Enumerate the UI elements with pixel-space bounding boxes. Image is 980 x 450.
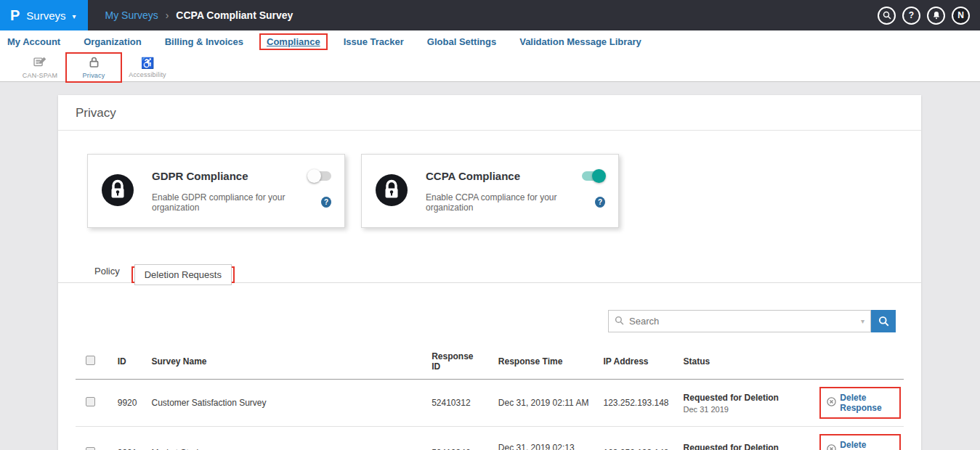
tab-label: Deletion Requests [134,264,232,285]
col-response-time: Response Time [488,344,594,380]
card-description: Enable GDPR compliance for your organiza… [152,192,321,213]
tab-policy[interactable]: Policy [87,260,127,282]
status-text: Requested for Deletion [684,443,807,450]
gdpr-compliance-card: GDPR Compliance Enable GDPR compliance f… [87,154,345,228]
delete-response-button[interactable]: Delete Response [821,388,899,417]
lock-badge-icon [375,173,408,209]
compliance-toolbar: CAN-SPAM Privacy ♿ Accessibility [0,53,980,82]
page-title: Privacy [58,95,921,131]
cell-response-id: 52410346 [421,427,488,450]
cell-actions: Delete Response [811,380,904,427]
toggle-knob [592,169,606,183]
delete-response-label: Delete Response [840,393,894,413]
search-input[interactable] [629,316,856,327]
nav-issue-tracker[interactable]: Issue Tracker [344,36,404,47]
cell-id: 9921 [108,427,142,450]
breadcrumb-current-survey: CCPA Compliant Survey [176,9,293,21]
tool-privacy[interactable]: Privacy [67,54,121,81]
main-content: Privacy GDPR Compliance Enable GDPR comp… [0,82,980,450]
nav-billing-invoices[interactable]: Billing & Invoices [165,36,243,47]
top-bar: P Surveys ▾ My Surveys › CCPA Compliant … [0,0,980,30]
circled-x-icon [827,397,836,409]
table-header-row: ID Survey Name Response ID Response Time… [76,344,904,380]
app-name: Surveys [26,9,65,22]
help-icon[interactable]: ? [595,197,605,208]
chevron-down-icon: ▾ [73,12,76,20]
status-text: Requested for Deletion [684,393,807,403]
search-icon [615,316,624,327]
search-icon[interactable] [878,7,896,25]
search-button[interactable] [871,310,896,332]
nav-organization[interactable]: Organization [84,36,141,47]
breadcrumb-separator: › [166,9,169,21]
delete-response-button[interactable]: Delete Response [821,435,899,450]
ccpa-compliance-card: CCPA Compliance Enable CCPA compliance f… [361,154,619,228]
chevron-down-icon[interactable]: ▾ [861,317,864,325]
breadcrumb: My Surveys › CCPA Compliant Survey [105,9,293,21]
avatar[interactable]: N [952,7,970,25]
row-checkbox[interactable] [86,397,95,406]
search-box: ▾ [608,310,871,332]
card-title: CCPA Compliance [426,170,520,182]
bell-icon[interactable] [927,7,945,25]
tab-deletion-requests[interactable]: Deletion Requests [131,266,235,283]
circled-x-icon [827,444,836,450]
col-response-id: Response ID [421,344,488,380]
delete-response-label: Delete Response [840,440,894,450]
status-date: Dec 31 2019 [684,405,807,414]
logo-icon: P [10,7,20,24]
compliance-cards: GDPR Compliance Enable GDPR compliance f… [58,131,921,228]
deletion-requests-table: ID Survey Name Response ID Response Time… [76,344,904,450]
cell-survey-name: Market Study [141,427,421,450]
app-logo-menu[interactable]: P Surveys ▾ [0,0,88,30]
toggle-knob [307,169,321,183]
cell-ip-address: 123.252.193.148 [593,380,673,427]
ccpa-toggle[interactable] [582,171,605,181]
privacy-panel: Privacy GDPR Compliance Enable GDPR comp… [58,95,921,450]
lock-icon [89,57,99,70]
settings-nav: My Account Organization Billing & Invoic… [0,30,980,53]
gdpr-toggle[interactable] [308,171,331,181]
tool-label: Privacy [83,72,105,79]
row-checkbox[interactable] [86,447,95,450]
breadcrumb-my-surveys[interactable]: My Surveys [105,9,158,21]
cell-ip-address: 123.252.193.148 [593,427,673,450]
help-icon[interactable]: ? [902,7,920,25]
cell-response-time: Dec 31, 2019 02:11 AM [488,380,594,427]
tool-label: Accessibility [129,71,166,78]
card-title: GDPR Compliance [152,170,248,182]
col-status: Status [673,344,811,380]
table-row: 9921 Market Study 52410346 Dec 31, 2019 … [76,427,904,450]
topbar-actions: ? N [878,7,970,25]
col-actions [811,344,904,380]
nav-my-account[interactable]: My Account [7,36,60,47]
accessibility-icon: ♿ [141,57,155,69]
card-description: Enable CCPA compliance for your organiza… [426,192,595,213]
cell-id: 9920 [108,380,142,427]
lock-badge-icon [101,173,134,209]
nav-validation-message-library[interactable]: Validation Message Library [519,36,641,47]
cell-status: Requested for Deletion Dec 31 2019 [673,427,811,450]
cell-survey-name: Customer Satisfaction Survey [141,380,421,427]
search-row: ▾ [58,283,921,332]
tool-can-spam[interactable]: CAN-SPAM [13,54,67,81]
col-survey-name: Survey Name [141,344,421,380]
col-ip-address: IP Address [593,344,673,380]
cell-status: Requested for Deletion Dec 31 2019 [673,380,811,427]
help-icon[interactable]: ? [321,197,331,208]
nav-compliance[interactable]: Compliance [259,33,328,50]
cell-actions: Delete Response [811,427,904,450]
cell-response-id: 52410312 [421,380,488,427]
can-spam-icon [33,56,46,70]
col-id: ID [108,344,142,380]
tool-accessibility[interactable]: ♿ Accessibility [121,54,174,81]
tool-label: CAN-SPAM [23,72,57,79]
cell-response-time: Dec 31, 2019 02:13 AM [488,427,594,450]
privacy-tabs: Policy Deletion Requests [58,260,921,283]
select-all-checkbox[interactable] [86,356,95,365]
nav-global-settings[interactable]: Global Settings [427,36,496,47]
table-row: 9920 Customer Satisfaction Survey 524103… [76,380,904,427]
